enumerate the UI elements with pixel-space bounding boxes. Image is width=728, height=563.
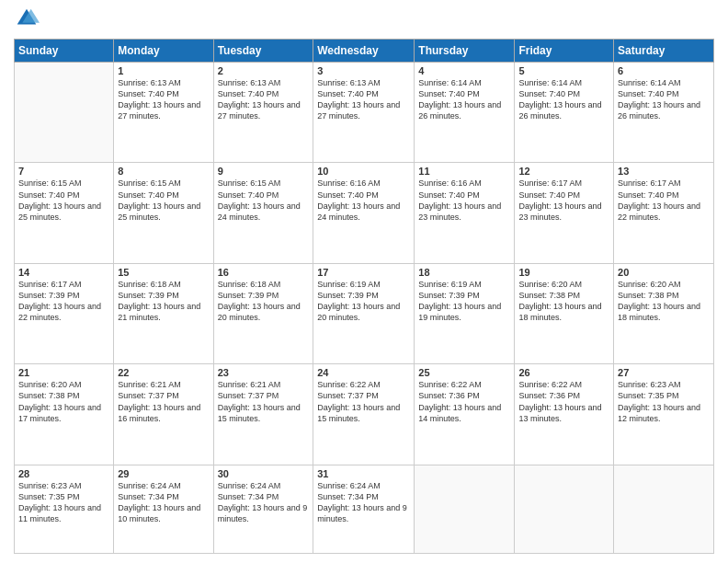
day-info: Sunrise: 6:15 AMSunset: 7:40 PMDaylight:… xyxy=(218,178,310,223)
day-info: Sunrise: 6:20 AMSunset: 7:38 PMDaylight:… xyxy=(518,279,609,324)
day-info: Sunrise: 6:16 AMSunset: 7:40 PMDaylight:… xyxy=(418,178,510,223)
day-number: 3 xyxy=(317,65,410,76)
calendar-week-row: 28Sunrise: 6:23 AMSunset: 7:35 PMDayligh… xyxy=(15,465,714,553)
day-info: Sunrise: 6:14 AMSunset: 7:40 PMDaylight:… xyxy=(418,77,510,122)
day-number: 12 xyxy=(518,166,609,177)
day-info: Sunrise: 6:18 AMSunset: 7:39 PMDaylight:… xyxy=(118,279,209,324)
day-info: Sunrise: 6:15 AMSunset: 7:40 PMDaylight:… xyxy=(18,178,109,223)
calendar-day-cell xyxy=(614,465,714,553)
day-number: 30 xyxy=(218,468,310,479)
calendar-day-cell: 30Sunrise: 6:24 AMSunset: 7:34 PMDayligh… xyxy=(213,465,313,553)
day-number: 21 xyxy=(18,367,109,378)
day-number: 17 xyxy=(317,267,410,278)
day-number: 14 xyxy=(18,267,109,278)
day-number: 9 xyxy=(218,166,310,177)
calendar-day-cell xyxy=(515,465,614,553)
weekday-header-row: SundayMondayTuesdayWednesdayThursdayFrid… xyxy=(15,40,714,63)
day-info: Sunrise: 6:13 AMSunset: 7:40 PMDaylight:… xyxy=(317,77,410,122)
calendar-day-cell: 29Sunrise: 6:24 AMSunset: 7:34 PMDayligh… xyxy=(114,465,213,553)
calendar-day-cell: 17Sunrise: 6:19 AMSunset: 7:39 PMDayligh… xyxy=(313,263,415,363)
day-info: Sunrise: 6:17 AMSunset: 7:40 PMDaylight:… xyxy=(518,178,609,223)
day-info: Sunrise: 6:13 AMSunset: 7:40 PMDaylight:… xyxy=(218,77,310,122)
calendar-day-cell: 8Sunrise: 6:15 AMSunset: 7:40 PMDaylight… xyxy=(114,163,213,263)
day-number: 1 xyxy=(118,65,209,76)
day-number: 8 xyxy=(118,166,209,177)
calendar-day-cell: 24Sunrise: 6:22 AMSunset: 7:37 PMDayligh… xyxy=(313,364,415,465)
calendar-day-cell: 20Sunrise: 6:20 AMSunset: 7:38 PMDayligh… xyxy=(614,263,714,363)
calendar-day-cell: 26Sunrise: 6:22 AMSunset: 7:36 PMDayligh… xyxy=(515,364,614,465)
weekday-header-monday: Monday xyxy=(114,40,213,63)
day-info: Sunrise: 6:18 AMSunset: 7:39 PMDaylight:… xyxy=(218,279,310,324)
calendar-week-row: 21Sunrise: 6:20 AMSunset: 7:38 PMDayligh… xyxy=(15,364,714,465)
calendar-day-cell xyxy=(415,465,515,553)
calendar-day-cell: 25Sunrise: 6:22 AMSunset: 7:36 PMDayligh… xyxy=(415,364,515,465)
calendar-day-cell: 2Sunrise: 6:13 AMSunset: 7:40 PMDaylight… xyxy=(213,63,313,163)
calendar-day-cell: 16Sunrise: 6:18 AMSunset: 7:39 PMDayligh… xyxy=(213,263,313,363)
weekday-header-sunday: Sunday xyxy=(15,40,114,63)
day-info: Sunrise: 6:17 AMSunset: 7:40 PMDaylight:… xyxy=(618,178,710,223)
day-number: 2 xyxy=(218,65,310,76)
day-info: Sunrise: 6:14 AMSunset: 7:40 PMDaylight:… xyxy=(618,77,710,122)
day-number: 11 xyxy=(418,166,510,177)
calendar-day-cell: 19Sunrise: 6:20 AMSunset: 7:38 PMDayligh… xyxy=(515,263,614,363)
calendar-day-cell: 1Sunrise: 6:13 AMSunset: 7:40 PMDaylight… xyxy=(114,63,213,163)
day-number: 7 xyxy=(18,166,109,177)
day-number: 24 xyxy=(317,367,410,378)
calendar-day-cell: 21Sunrise: 6:20 AMSunset: 7:38 PMDayligh… xyxy=(15,364,114,465)
day-info: Sunrise: 6:21 AMSunset: 7:37 PMDaylight:… xyxy=(218,379,310,424)
calendar-day-cell: 10Sunrise: 6:16 AMSunset: 7:40 PMDayligh… xyxy=(313,163,415,263)
day-info: Sunrise: 6:14 AMSunset: 7:40 PMDaylight:… xyxy=(518,77,609,122)
calendar-day-cell: 6Sunrise: 6:14 AMSunset: 7:40 PMDaylight… xyxy=(614,63,714,163)
calendar-day-cell: 11Sunrise: 6:16 AMSunset: 7:40 PMDayligh… xyxy=(415,163,515,263)
day-info: Sunrise: 6:19 AMSunset: 7:39 PMDaylight:… xyxy=(418,279,510,324)
day-info: Sunrise: 6:16 AMSunset: 7:40 PMDaylight:… xyxy=(317,178,410,223)
logo-icon xyxy=(14,6,40,31)
day-info: Sunrise: 6:24 AMSunset: 7:34 PMDaylight:… xyxy=(317,480,410,525)
day-number: 5 xyxy=(518,65,609,76)
calendar-day-cell xyxy=(15,63,114,163)
calendar-day-cell: 18Sunrise: 6:19 AMSunset: 7:39 PMDayligh… xyxy=(415,263,515,363)
calendar-day-cell: 4Sunrise: 6:14 AMSunset: 7:40 PMDaylight… xyxy=(415,63,515,163)
calendar-day-cell: 13Sunrise: 6:17 AMSunset: 7:40 PMDayligh… xyxy=(614,163,714,263)
calendar-day-cell: 9Sunrise: 6:15 AMSunset: 7:40 PMDaylight… xyxy=(213,163,313,263)
calendar-day-cell: 28Sunrise: 6:23 AMSunset: 7:35 PMDayligh… xyxy=(15,465,114,553)
day-number: 29 xyxy=(118,468,209,479)
calendar-day-cell: 15Sunrise: 6:18 AMSunset: 7:39 PMDayligh… xyxy=(114,263,213,363)
day-info: Sunrise: 6:22 AMSunset: 7:36 PMDaylight:… xyxy=(518,379,609,424)
weekday-header-saturday: Saturday xyxy=(614,40,714,63)
calendar-day-cell: 27Sunrise: 6:23 AMSunset: 7:35 PMDayligh… xyxy=(614,364,714,465)
day-info: Sunrise: 6:22 AMSunset: 7:36 PMDaylight:… xyxy=(418,379,510,424)
day-info: Sunrise: 6:24 AMSunset: 7:34 PMDaylight:… xyxy=(218,480,310,525)
header xyxy=(14,9,714,31)
calendar-week-row: 1Sunrise: 6:13 AMSunset: 7:40 PMDaylight… xyxy=(15,63,714,163)
weekday-header-tuesday: Tuesday xyxy=(213,40,313,63)
page: SundayMondayTuesdayWednesdayThursdayFrid… xyxy=(0,0,728,563)
calendar-day-cell: 14Sunrise: 6:17 AMSunset: 7:39 PMDayligh… xyxy=(15,263,114,363)
day-number: 26 xyxy=(518,367,609,378)
day-number: 27 xyxy=(618,367,710,378)
day-number: 25 xyxy=(418,367,510,378)
calendar-day-cell: 3Sunrise: 6:13 AMSunset: 7:40 PMDaylight… xyxy=(313,63,415,163)
day-info: Sunrise: 6:23 AMSunset: 7:35 PMDaylight:… xyxy=(18,480,109,525)
day-number: 4 xyxy=(418,65,510,76)
day-info: Sunrise: 6:22 AMSunset: 7:37 PMDaylight:… xyxy=(317,379,410,424)
day-number: 31 xyxy=(317,468,410,479)
day-number: 16 xyxy=(218,267,310,278)
day-info: Sunrise: 6:20 AMSunset: 7:38 PMDaylight:… xyxy=(618,279,710,324)
weekday-header-wednesday: Wednesday xyxy=(313,40,415,63)
weekday-header-thursday: Thursday xyxy=(415,40,515,63)
day-number: 20 xyxy=(618,267,710,278)
calendar-day-cell: 22Sunrise: 6:21 AMSunset: 7:37 PMDayligh… xyxy=(114,364,213,465)
calendar-day-cell: 23Sunrise: 6:21 AMSunset: 7:37 PMDayligh… xyxy=(213,364,313,465)
day-info: Sunrise: 6:15 AMSunset: 7:40 PMDaylight:… xyxy=(118,178,209,223)
calendar-day-cell: 12Sunrise: 6:17 AMSunset: 7:40 PMDayligh… xyxy=(515,163,614,263)
day-number: 10 xyxy=(317,166,410,177)
day-info: Sunrise: 6:24 AMSunset: 7:34 PMDaylight:… xyxy=(118,480,209,525)
day-number: 28 xyxy=(18,468,109,479)
day-number: 18 xyxy=(418,267,510,278)
day-number: 19 xyxy=(518,267,609,278)
day-number: 23 xyxy=(218,367,310,378)
day-number: 13 xyxy=(618,166,710,177)
day-info: Sunrise: 6:20 AMSunset: 7:38 PMDaylight:… xyxy=(18,379,109,424)
calendar-table: SundayMondayTuesdayWednesdayThursdayFrid… xyxy=(14,39,714,554)
